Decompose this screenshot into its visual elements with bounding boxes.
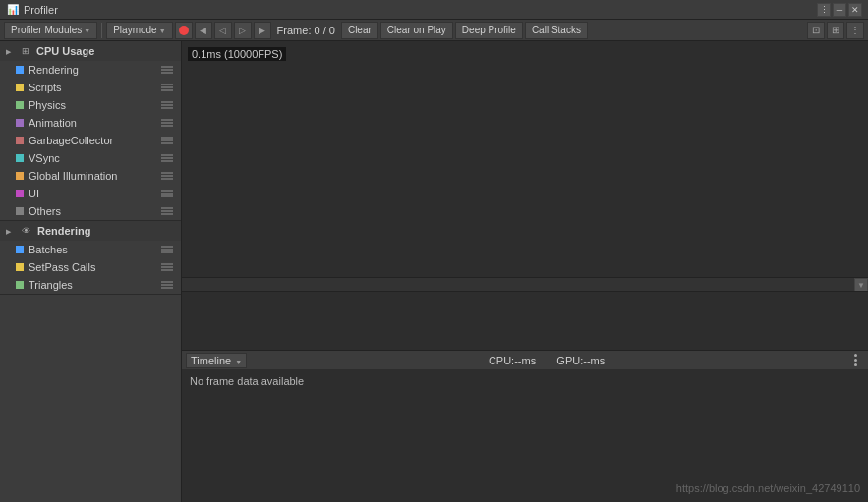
frame-info: Frame: 0 / 0 <box>273 25 339 36</box>
timeline-dropdown[interactable]: Timeline <box>186 353 247 368</box>
scripts-label: Scripts <box>29 82 157 93</box>
setpass-color <box>16 263 24 271</box>
gc-color <box>16 137 24 144</box>
list-item[interactable]: Scripts <box>0 79 181 96</box>
call-stacks-button[interactable]: Call Stacks <box>525 22 588 39</box>
physics-label: Physics <box>29 99 157 111</box>
list-item[interactable]: Animation <box>0 114 181 132</box>
cpu-usage-header[interactable]: ⊞ CPU Usage <box>0 41 181 61</box>
chevron-down-icon-2 <box>159 25 166 35</box>
physics-lines <box>161 101 173 109</box>
step-forward-button[interactable]: ▷ <box>234 22 252 39</box>
more-menu-button[interactable] <box>846 352 864 369</box>
vsync-lines <box>161 154 173 162</box>
toolbar: Profiler Modules Playmode ◀ ◁ ▷ ▶ Frame:… <box>0 20 868 41</box>
list-item[interactable]: Batches <box>0 241 181 258</box>
global-color <box>16 172 24 180</box>
vsync-label: VSync <box>29 152 157 164</box>
list-item[interactable]: GarbageCollector <box>0 132 181 149</box>
rendering-color <box>16 66 24 74</box>
cpu-stats: CPU:--ms <box>489 355 536 366</box>
layout-left-icon[interactable]: ⊡ <box>807 22 825 39</box>
list-item[interactable]: UI <box>0 185 181 202</box>
scroll-area[interactable]: ▼ <box>182 277 868 291</box>
playmode-button[interactable]: Playmode <box>106 22 172 39</box>
ui-color <box>16 190 24 197</box>
global-label: Global Illumination <box>29 170 157 182</box>
title-bar-text: Profiler <box>24 4 58 16</box>
rendering-lines <box>161 66 173 74</box>
watermark: https://blog.csdn.net/weixin_42749110 <box>676 482 860 494</box>
gc-lines <box>161 137 173 144</box>
cpu-icon: ⊞ <box>22 46 29 56</box>
setpass-lines <box>161 263 173 271</box>
animation-label: Animation <box>29 117 157 129</box>
next-frame-button[interactable]: ▶ <box>254 22 271 39</box>
list-item[interactable]: Rendering <box>0 61 181 79</box>
others-lines <box>161 207 173 215</box>
scripts-color <box>16 84 24 91</box>
rendering-header[interactable]: 👁 Rendering <box>0 221 181 241</box>
prev-frame-button[interactable]: ◀ <box>195 22 212 39</box>
list-item[interactable]: VSync <box>0 149 181 167</box>
list-item[interactable]: Global Illumination <box>0 167 181 185</box>
step-back-button[interactable]: ◁ <box>214 22 232 39</box>
batches-color <box>16 246 24 253</box>
record-button[interactable] <box>175 22 193 39</box>
batches-lines <box>161 246 173 253</box>
profiler-icon: 📊 <box>6 3 20 17</box>
cpu-header-text: CPU Usage <box>36 45 94 57</box>
no-frame-text: No frame data available <box>190 375 304 387</box>
rendering-header-icon: 👁 <box>22 226 30 236</box>
cpu-usage-section: ⊞ CPU Usage Rendering Scripts Physics <box>0 41 181 221</box>
rendering-items: Batches SetPass Calls Triangles <box>0 241 181 294</box>
chevron-down-icon <box>84 25 90 35</box>
deep-profile-button[interactable]: Deep Profile <box>455 22 523 39</box>
others-label: Others <box>29 205 157 217</box>
ui-lines <box>161 190 173 197</box>
clear-on-play-button[interactable]: Clear on Play <box>380 22 453 39</box>
more-options-icon[interactable]: ⋮ <box>846 22 864 39</box>
scrollbar-thumb[interactable]: ▼ <box>854 278 868 292</box>
toolbar-separator-1 <box>101 23 102 38</box>
ui-label: UI <box>29 188 157 199</box>
clear-button[interactable]: Clear <box>341 22 378 39</box>
cpu-graph-area: 0.1ms (10000FPS) <box>182 41 868 277</box>
rendering-section: 👁 Rendering Batches SetPass Calls Triang… <box>0 221 181 295</box>
global-lines <box>161 172 173 180</box>
layout-right-icon[interactable]: ⊞ <box>827 22 844 39</box>
animation-color <box>16 119 24 127</box>
rendering-graph-area <box>182 291 868 350</box>
physics-color <box>16 101 24 109</box>
title-bar: 📊 Profiler ⋮ ─ ✕ <box>0 0 868 20</box>
triangles-label: Triangles <box>29 279 157 291</box>
right-panel: 0.1ms (10000FPS) ▼ Timeline CPU:--ms GPU… <box>182 41 868 502</box>
others-color <box>16 207 24 215</box>
list-item[interactable]: Others <box>0 202 181 220</box>
list-item[interactable]: Physics <box>0 96 181 114</box>
cpu-items: Rendering Scripts Physics Animation <box>0 61 181 220</box>
setpass-label: SetPass Calls <box>29 261 157 273</box>
minimize-button[interactable]: ─ <box>833 3 846 17</box>
triangles-lines <box>161 281 173 289</box>
bottom-toolbar: Timeline CPU:--ms GPU:--ms <box>182 350 868 369</box>
gc-label: GarbageCollector <box>29 135 157 146</box>
triangles-color <box>16 281 24 289</box>
vsync-color <box>16 154 24 162</box>
main-layout: ⊞ CPU Usage Rendering Scripts Physics <box>0 41 868 502</box>
timeline-label: Timeline <box>191 355 231 366</box>
close-button[interactable]: ✕ <box>848 3 862 17</box>
cpu-gpu-stats: CPU:--ms GPU:--ms <box>247 355 846 366</box>
list-item[interactable]: SetPass Calls <box>0 258 181 276</box>
list-item[interactable]: Triangles <box>0 276 181 294</box>
gpu-stats: GPU:--ms <box>556 355 605 366</box>
rendering-chevron-icon <box>6 226 18 236</box>
rendering-label: Rendering <box>29 64 157 76</box>
left-panel: ⊞ CPU Usage Rendering Scripts Physics <box>0 41 182 502</box>
profiler-modules-button[interactable]: Profiler Modules <box>4 22 97 39</box>
menu-button[interactable]: ⋮ <box>817 3 831 17</box>
animation-lines <box>161 119 173 127</box>
scripts-lines <box>161 84 173 91</box>
batches-label: Batches <box>29 244 157 255</box>
graph-fps-label: 0.1ms (10000FPS) <box>188 47 286 61</box>
